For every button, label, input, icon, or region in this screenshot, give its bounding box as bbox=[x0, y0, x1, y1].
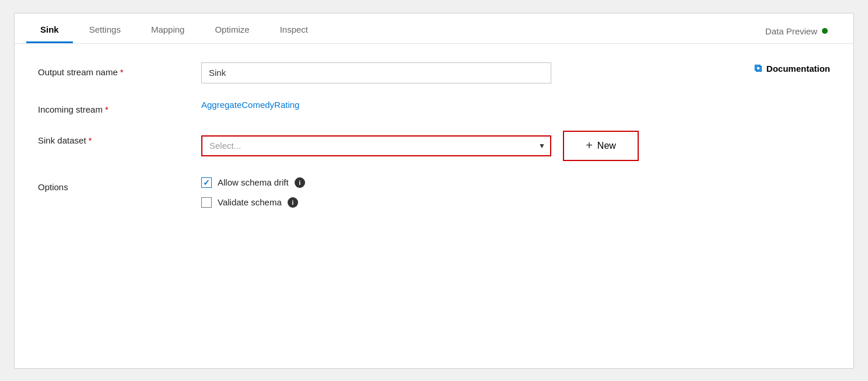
required-star-output: * bbox=[120, 67, 124, 77]
tab-mapping[interactable]: Mapping bbox=[137, 16, 199, 43]
new-button[interactable]: + New bbox=[563, 131, 639, 161]
documentation-link[interactable]: ⧉ Documentation bbox=[754, 62, 830, 75]
main-grid: Output stream name * Incoming stream * A… bbox=[38, 62, 830, 208]
validate-schema-row: Validate schema i bbox=[201, 197, 305, 208]
tab-optimize[interactable]: Optimize bbox=[201, 16, 263, 43]
output-stream-name-label: Output stream name * bbox=[38, 62, 201, 77]
options-control: ✓ Allow schema drift i Validate schema i bbox=[201, 177, 643, 208]
output-stream-name-input[interactable] bbox=[201, 62, 551, 83]
incoming-stream-control: AggregateComedyRating bbox=[201, 100, 643, 110]
sink-dataset-control: Select... ▼ + New bbox=[201, 131, 643, 161]
content-area: Output stream name * Incoming stream * A… bbox=[15, 44, 853, 226]
sink-dataset-label: Sink dataset * bbox=[38, 131, 201, 145]
allow-schema-drift-info-icon[interactable]: i bbox=[295, 177, 305, 188]
allow-schema-drift-row: ✓ Allow schema drift i bbox=[201, 177, 305, 188]
allow-schema-drift-label: Allow schema drift bbox=[218, 177, 289, 187]
tab-inspect[interactable]: Inspect bbox=[266, 16, 322, 43]
validate-schema-label: Validate schema bbox=[218, 197, 282, 207]
options-label: Options bbox=[38, 177, 201, 192]
sink-dataset-select[interactable]: Select... bbox=[201, 135, 551, 156]
incoming-stream-row: Incoming stream * AggregateComedyRating bbox=[38, 100, 643, 114]
main-container: Sink Settings Mapping Optimize Inspect D… bbox=[14, 13, 854, 369]
tab-settings[interactable]: Settings bbox=[75, 16, 135, 43]
data-preview-label: Data Preview bbox=[765, 26, 817, 36]
options-controls: ✓ Allow schema drift i Validate schema i bbox=[201, 177, 305, 208]
documentation-label: Documentation bbox=[766, 64, 830, 74]
validate-schema-info-icon[interactable]: i bbox=[288, 197, 298, 208]
options-row: Options ✓ Allow schema drift i bbox=[38, 177, 643, 208]
right-column: ⧉ Documentation bbox=[667, 62, 830, 208]
new-button-label: New bbox=[597, 141, 616, 151]
incoming-stream-link[interactable]: AggregateComedyRating bbox=[201, 100, 299, 110]
output-stream-name-control bbox=[201, 62, 643, 83]
output-stream-name-row: Output stream name * bbox=[38, 62, 643, 83]
external-link-icon: ⧉ bbox=[754, 62, 762, 75]
tab-bar: Sink Settings Mapping Optimize Inspect D… bbox=[15, 13, 853, 44]
checkmark-icon: ✓ bbox=[203, 179, 210, 187]
plus-icon: + bbox=[586, 139, 593, 152]
allow-schema-drift-checkbox[interactable]: ✓ bbox=[201, 177, 212, 188]
sink-dataset-select-container: Select... ▼ bbox=[201, 135, 551, 156]
validate-schema-checkbox[interactable] bbox=[201, 197, 212, 208]
required-star-sink: * bbox=[89, 135, 92, 145]
sink-dataset-row: Sink dataset * Select... ▼ + New bbox=[38, 131, 643, 161]
tab-data-preview[interactable]: Data Preview bbox=[751, 18, 842, 43]
status-dot-green bbox=[822, 28, 828, 34]
tab-sink[interactable]: Sink bbox=[26, 16, 73, 43]
required-star-incoming: * bbox=[105, 104, 108, 114]
left-column: Output stream name * Incoming stream * A… bbox=[38, 62, 643, 208]
incoming-stream-label: Incoming stream * bbox=[38, 100, 201, 114]
